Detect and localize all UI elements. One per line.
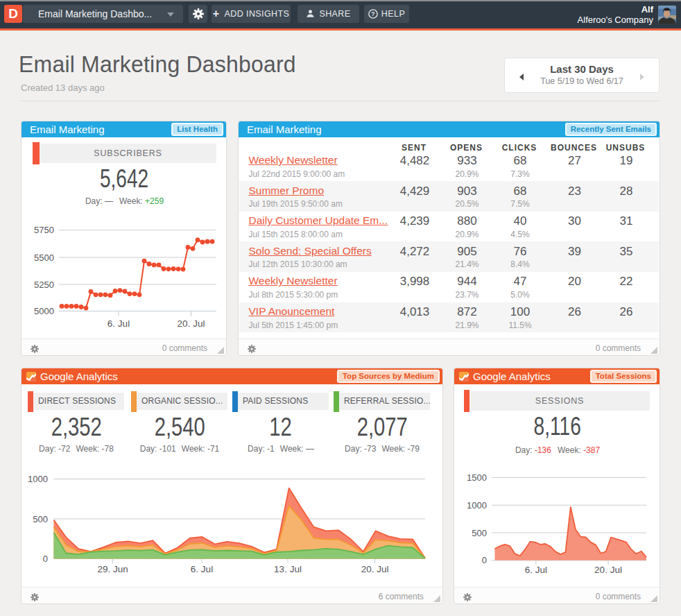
svg-text:5250: 5250 xyxy=(34,280,54,290)
svg-text:500: 500 xyxy=(33,514,48,524)
svg-text:20. Jul: 20. Jul xyxy=(361,564,389,574)
svg-text:6. Jul: 6. Jul xyxy=(525,565,547,575)
svg-text:6. Jul: 6. Jul xyxy=(191,564,213,574)
svg-text:6. Jul: 6. Jul xyxy=(107,318,130,329)
svg-text:0: 0 xyxy=(43,554,48,564)
svg-text:1500: 1500 xyxy=(467,472,487,483)
svg-text:5000: 5000 xyxy=(34,306,54,316)
svg-text:20. Jul: 20. Jul xyxy=(594,565,622,575)
svg-text:13. Jul: 13. Jul xyxy=(274,564,302,574)
svg-text:?: ? xyxy=(371,10,375,17)
svg-text:1000: 1000 xyxy=(467,500,487,511)
svg-text:500: 500 xyxy=(472,528,487,538)
svg-text:29. Jun: 29. Jun xyxy=(97,564,128,574)
svg-text:5750: 5750 xyxy=(34,225,54,235)
svg-text:0: 0 xyxy=(482,555,487,565)
svg-text:5500: 5500 xyxy=(34,253,54,263)
svg-text:20. Jul: 20. Jul xyxy=(178,318,205,329)
svg-text:1000: 1000 xyxy=(28,474,48,484)
